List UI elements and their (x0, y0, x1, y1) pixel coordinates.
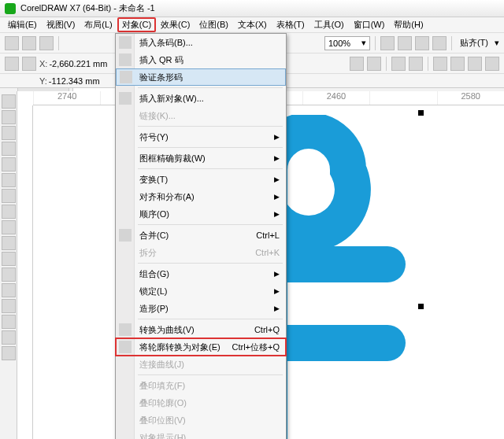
menu-item-label: 插入 QR 码 (139, 54, 183, 66)
menu-item[interactable]: 转换为曲线(V)Ctrl+Q (116, 321, 286, 338)
menu-item[interactable]: 验证条形码 (116, 68, 286, 86)
zoom-combo[interactable]: 100%▾ (324, 36, 370, 50)
object-menu-dropdown[interactable]: 插入条码(B)...插入 QR 码验证条形码插入新对象(W)...链接(K)..… (115, 33, 287, 439)
menu-窗口[interactable]: 窗口(W) (349, 17, 390, 32)
effects-tool-icon[interactable] (2, 299, 16, 313)
menu-separator (138, 168, 283, 169)
pick-tool-icon[interactable] (2, 94, 16, 109)
snap-label[interactable]: 贴齐(T) (457, 37, 491, 49)
zoom-tool-icon[interactable] (2, 142, 16, 156)
y-value[interactable]: -112.343 mm (49, 76, 104, 86)
menu-item[interactable]: 顺序(O)▶ (116, 205, 286, 223)
submenu-arrow-icon: ▶ (274, 270, 280, 278)
coord-x: X: -2,660.221 mm (39, 59, 107, 68)
polygon-tool-icon[interactable] (2, 220, 16, 234)
eyedropper-tool-icon[interactable] (2, 315, 16, 329)
menu-item: 链接(K)... (116, 107, 286, 124)
menu-item[interactable]: 造形(P)▶ (116, 300, 286, 317)
fill-tool-icon[interactable] (2, 330, 16, 345)
menu-item[interactable]: 对齐和分布(A)▶ (116, 188, 286, 205)
menu-item[interactable]: 变换(T)▶ (116, 171, 286, 188)
order-icon[interactable] (450, 57, 465, 71)
align-icon[interactable] (391, 57, 406, 71)
menu-separator (138, 126, 283, 127)
menu-item-label: 符号(Y) (139, 131, 169, 143)
menu-item-label: 连接曲线(J) (139, 359, 184, 371)
menu-item: 拆分Ctrl+K (116, 244, 286, 261)
window-title: CorelDRAW X7 (64-Bit) - 未命名 -1 (20, 2, 155, 14)
menu-视图[interactable]: 视图(V) (42, 17, 80, 32)
menu-item[interactable]: 锁定(L)▶ (116, 282, 286, 300)
menu-item[interactable]: 合并(C)Ctrl+L (116, 227, 286, 244)
dimension-tool-icon[interactable] (2, 267, 16, 282)
menu-item-label: 叠印轮廓(O) (139, 397, 187, 409)
table-tool-icon[interactable] (2, 252, 16, 266)
menu-item-icon (119, 92, 132, 105)
order-icon[interactable] (433, 57, 447, 71)
menu-separator (138, 87, 283, 88)
artistic-tool-icon[interactable] (2, 173, 16, 187)
menu-item[interactable]: 插入新对象(W)... (116, 90, 286, 107)
menu-工具[interactable]: 工具(O) (309, 17, 349, 32)
connector-tool-icon[interactable] (2, 283, 16, 297)
menu-item-label: 将轮廓转换为对象(E) (139, 341, 220, 353)
align-icon[interactable] (409, 57, 423, 71)
align-icon[interactable] (350, 57, 364, 71)
shape-tool-icon[interactable] (2, 110, 16, 124)
menu-编辑[interactable]: 编辑(E) (3, 17, 42, 32)
tool-icon[interactable] (5, 57, 19, 71)
order-icon[interactable] (485, 57, 499, 71)
menu-效果[interactable]: 效果(C) (156, 17, 195, 32)
new-icon[interactable] (5, 36, 19, 50)
tool-icon[interactable] (380, 36, 395, 50)
tool-icon[interactable] (22, 57, 36, 71)
save-icon[interactable] (39, 36, 54, 50)
menu-item[interactable]: 插入 QR 码 (116, 51, 286, 68)
menu-帮助[interactable]: 帮助(H) (389, 17, 428, 32)
menu-item[interactable]: 插入条码(B)... (116, 34, 286, 51)
tool-icon[interactable] (415, 36, 429, 50)
text-tool-icon[interactable] (2, 236, 16, 250)
menu-separator (138, 224, 283, 225)
menu-item: 叠印位图(V) (116, 411, 286, 429)
menu-bar[interactable]: 编辑(E)视图(V)布局(L)对象(C)效果(C)位图(B)文本(X)表格(T)… (0, 17, 504, 33)
menu-item[interactable]: 将轮廓转换为对象(E)Ctrl+位移+Q (116, 338, 286, 356)
title-bar: CorelDRAW X7 (64-Bit) - 未命名 -1 (0, 0, 504, 17)
crop-tool-icon[interactable] (2, 126, 16, 140)
menu-位图[interactable]: 位图(B) (195, 17, 233, 32)
x-value[interactable]: -2,660.221 mm (49, 59, 107, 68)
menu-对象[interactable]: 对象(C) (117, 17, 156, 32)
menu-item-icon (119, 53, 132, 66)
tool-icon[interactable] (398, 36, 412, 50)
menu-文本[interactable]: 文本(X) (233, 17, 272, 32)
menu-item-icon (119, 323, 132, 336)
menu-shortcut: Ctrl+L (256, 231, 280, 240)
menu-item-label: 锁定(L) (139, 286, 167, 297)
zoom-value: 100% (328, 39, 361, 48)
menu-item-label: 组合(G) (139, 268, 169, 280)
align-icon[interactable] (367, 57, 381, 71)
tool-icon[interactable] (432, 36, 447, 50)
open-icon[interactable] (22, 36, 36, 50)
toolbox[interactable] (0, 91, 17, 439)
menu-separator (138, 263, 283, 264)
menu-separator (138, 147, 283, 148)
submenu-arrow-icon: ▶ (274, 193, 280, 201)
ruler-vertical (17, 105, 33, 439)
rectangle-tool-icon[interactable] (2, 189, 16, 203)
outline-tool-icon[interactable] (2, 346, 16, 360)
menu-布局[interactable]: 布局(L) (80, 17, 117, 32)
menu-表格[interactable]: 表格(T) (272, 17, 309, 32)
separator (428, 57, 428, 71)
selection-handle[interactable] (418, 110, 424, 116)
menu-item-icon (120, 71, 132, 83)
menu-item-label: 对齐和分布(A) (139, 191, 195, 203)
freehand-tool-icon[interactable] (2, 157, 16, 172)
order-icon[interactable] (468, 57, 482, 71)
selection-handle[interactable] (418, 304, 424, 309)
menu-item[interactable]: 图框精确剪裁(W)▶ (116, 149, 286, 167)
menu-shortcut: Ctrl+K (255, 248, 280, 257)
menu-item[interactable]: 组合(G)▶ (116, 265, 286, 282)
ellipse-tool-icon[interactable] (2, 205, 16, 219)
menu-item[interactable]: 符号(Y)▶ (116, 128, 286, 146)
